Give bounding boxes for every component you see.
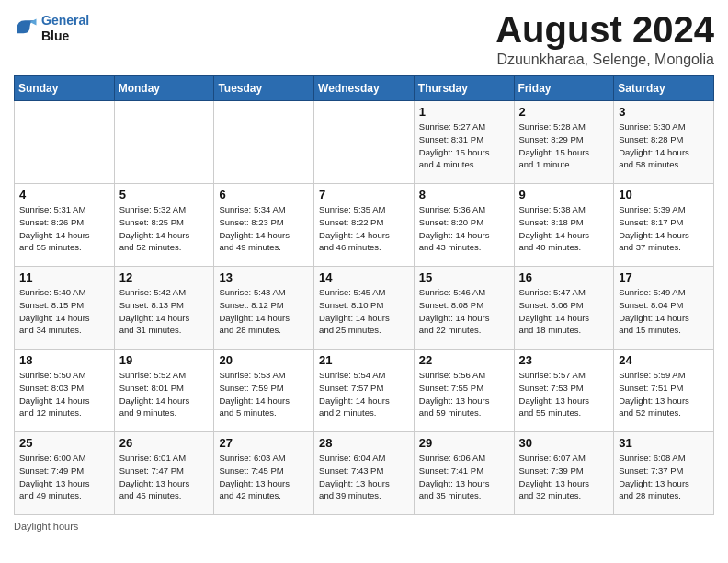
day-cell [214,101,314,184]
day-number: 5 [119,188,210,201]
day-number: 20 [219,353,309,367]
day-info: Sunrise: 5:53 AM Sunset: 7:59 PM Dayligh… [219,369,309,419]
day-cell: 10Sunrise: 5:39 AM Sunset: 8:17 PM Dayli… [614,184,714,267]
day-info: Sunrise: 5:57 AM Sunset: 7:53 PM Dayligh… [519,369,609,419]
location-subtitle: Dzuunkharaa, Selenge, Mongolia [495,52,714,68]
day-info: Sunrise: 5:52 AM Sunset: 8:01 PM Dayligh… [119,369,210,419]
header-cell-monday: Monday [114,76,214,101]
day-cell: 25Sunrise: 6:00 AM Sunset: 7:49 PM Dayli… [15,432,115,515]
week-row-3: 11Sunrise: 5:40 AM Sunset: 8:15 PM Dayli… [15,267,714,350]
header-cell-sunday: Sunday [15,76,115,101]
day-cell: 22Sunrise: 5:56 AM Sunset: 7:55 PM Dayli… [414,350,514,432]
day-cell: 13Sunrise: 5:43 AM Sunset: 8:12 PM Dayli… [214,267,314,350]
day-info: Sunrise: 6:07 AM Sunset: 7:39 PM Dayligh… [519,452,609,502]
day-info: Sunrise: 5:45 AM Sunset: 8:10 PM Dayligh… [319,286,409,337]
week-row-1: 1Sunrise: 5:27 AM Sunset: 8:31 PM Daylig… [15,101,714,184]
day-info: Sunrise: 5:31 AM Sunset: 8:26 PM Dayligh… [19,203,109,254]
calendar-table: SundayMondayTuesdayWednesdayThursdayFrid… [14,75,714,515]
day-info: Sunrise: 5:56 AM Sunset: 7:55 PM Dayligh… [419,369,509,419]
footer: Daylight hours [14,521,714,532]
header-cell-wednesday: Wednesday [314,76,415,101]
day-cell: 6Sunrise: 5:34 AM Sunset: 8:23 PM Daylig… [214,184,314,267]
day-cell: 31Sunrise: 6:08 AM Sunset: 7:37 PM Dayli… [614,432,714,515]
day-number: 9 [519,188,609,201]
day-info: Sunrise: 5:28 AM Sunset: 8:29 PM Dayligh… [519,121,609,171]
logo-icon [14,16,40,41]
day-number: 26 [119,436,210,450]
calendar-header: SundayMondayTuesdayWednesdayThursdayFrid… [15,76,714,101]
day-info: Sunrise: 5:47 AM Sunset: 8:06 PM Dayligh… [519,286,609,337]
day-number: 6 [219,188,309,201]
day-number: 2 [519,105,609,119]
day-number: 21 [319,353,409,367]
day-number: 23 [519,353,609,367]
header-cell-friday: Friday [514,76,614,101]
header-cell-tuesday: Tuesday [214,76,314,101]
day-info: Sunrise: 6:06 AM Sunset: 7:41 PM Dayligh… [419,452,509,502]
day-cell [15,101,115,184]
header-row: SundayMondayTuesdayWednesdayThursdayFrid… [15,76,714,101]
day-cell: 14Sunrise: 5:45 AM Sunset: 8:10 PM Dayli… [314,267,415,350]
day-number: 10 [619,188,709,201]
day-info: Sunrise: 5:27 AM Sunset: 8:31 PM Dayligh… [419,121,509,171]
day-info: Sunrise: 5:30 AM Sunset: 8:28 PM Dayligh… [619,121,709,171]
title-block: August 2024 Dzuunkharaa, Selenge, Mongol… [495,9,714,68]
day-info: Sunrise: 5:39 AM Sunset: 8:17 PM Dayligh… [619,203,709,254]
day-info: Sunrise: 6:08 AM Sunset: 7:37 PM Dayligh… [619,452,709,502]
day-info: Sunrise: 5:50 AM Sunset: 8:03 PM Dayligh… [19,369,109,419]
day-cell: 24Sunrise: 5:59 AM Sunset: 7:51 PM Dayli… [614,350,714,432]
day-number: 1 [419,105,509,119]
day-info: Sunrise: 5:34 AM Sunset: 8:23 PM Dayligh… [219,203,309,254]
week-row-2: 4Sunrise: 5:31 AM Sunset: 8:26 PM Daylig… [15,184,714,267]
day-number: 7 [319,188,409,201]
day-info: Sunrise: 5:49 AM Sunset: 8:04 PM Dayligh… [619,286,709,337]
day-cell: 4Sunrise: 5:31 AM Sunset: 8:26 PM Daylig… [15,184,115,267]
day-cell: 5Sunrise: 5:32 AM Sunset: 8:25 PM Daylig… [114,184,214,267]
day-number: 31 [619,436,709,450]
week-row-5: 25Sunrise: 6:00 AM Sunset: 7:49 PM Dayli… [15,432,714,515]
day-number: 16 [519,270,609,284]
day-cell: 3Sunrise: 5:30 AM Sunset: 8:28 PM Daylig… [614,101,714,184]
day-number: 11 [19,270,109,284]
logo: General Blue [14,13,89,44]
day-cell: 12Sunrise: 5:42 AM Sunset: 8:13 PM Dayli… [114,267,214,350]
day-cell: 20Sunrise: 5:53 AM Sunset: 7:59 PM Dayli… [214,350,314,432]
day-cell [314,101,415,184]
day-info: Sunrise: 5:54 AM Sunset: 7:57 PM Dayligh… [319,369,409,419]
day-info: Sunrise: 6:00 AM Sunset: 7:49 PM Dayligh… [19,452,109,502]
day-cell: 16Sunrise: 5:47 AM Sunset: 8:06 PM Dayli… [514,267,614,350]
day-number: 4 [19,188,109,201]
day-number: 18 [19,353,109,367]
day-number: 29 [419,436,509,450]
day-number: 15 [419,270,509,284]
day-number: 12 [119,270,210,284]
day-cell: 19Sunrise: 5:52 AM Sunset: 8:01 PM Dayli… [114,350,214,432]
day-cell: 21Sunrise: 5:54 AM Sunset: 7:57 PM Dayli… [314,350,415,432]
day-info: Sunrise: 5:36 AM Sunset: 8:20 PM Dayligh… [419,203,509,254]
day-cell: 29Sunrise: 6:06 AM Sunset: 7:41 PM Dayli… [414,432,514,515]
day-cell: 8Sunrise: 5:36 AM Sunset: 8:20 PM Daylig… [414,184,514,267]
day-cell: 30Sunrise: 6:07 AM Sunset: 7:39 PM Dayli… [514,432,614,515]
day-info: Sunrise: 5:32 AM Sunset: 8:25 PM Dayligh… [119,203,210,254]
logo-text: General Blue [41,13,89,44]
day-info: Sunrise: 6:03 AM Sunset: 7:45 PM Dayligh… [219,452,309,502]
day-number: 13 [219,270,309,284]
logo-line1: General [41,13,89,28]
day-cell: 15Sunrise: 5:46 AM Sunset: 8:08 PM Dayli… [414,267,514,350]
day-cell: 26Sunrise: 6:01 AM Sunset: 7:47 PM Dayli… [114,432,214,515]
calendar-body: 1Sunrise: 5:27 AM Sunset: 8:31 PM Daylig… [15,101,714,515]
day-number: 25 [19,436,109,450]
day-number: 22 [419,353,509,367]
day-number: 28 [319,436,409,450]
day-number: 3 [619,105,709,119]
day-cell: 11Sunrise: 5:40 AM Sunset: 8:15 PM Dayli… [15,267,115,350]
day-cell: 1Sunrise: 5:27 AM Sunset: 8:31 PM Daylig… [414,101,514,184]
month-title: August 2024 [495,9,714,50]
header-cell-saturday: Saturday [614,76,714,101]
day-cell: 17Sunrise: 5:49 AM Sunset: 8:04 PM Dayli… [614,267,714,350]
day-info: Sunrise: 5:40 AM Sunset: 8:15 PM Dayligh… [19,286,109,337]
header-cell-thursday: Thursday [414,76,514,101]
day-info: Sunrise: 5:46 AM Sunset: 8:08 PM Dayligh… [419,286,509,337]
day-cell: 18Sunrise: 5:50 AM Sunset: 8:03 PM Dayli… [15,350,115,432]
footer-text: Daylight hours [14,521,78,532]
